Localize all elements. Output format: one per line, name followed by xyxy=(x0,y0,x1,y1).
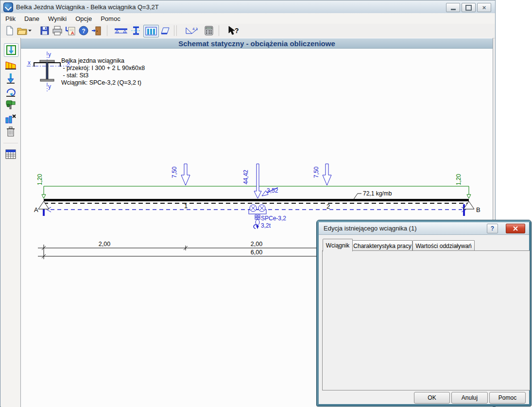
moment-load-button[interactable] xyxy=(4,86,17,98)
dialog-help-button[interactable]: ? xyxy=(487,224,498,233)
trapezoid-load-icon xyxy=(5,60,17,71)
wheel-1-label: 1 xyxy=(184,202,188,210)
context-help-button[interactable]: ? xyxy=(226,25,241,36)
moment-diagram-button[interactable]: 4,1 xyxy=(185,25,201,36)
toolbar-separator xyxy=(174,25,174,36)
toolbar-separator xyxy=(176,25,177,36)
schema-header: Schemat statyczny - obciążenia obliczeni… xyxy=(21,38,493,49)
trapezoid-load-button[interactable] xyxy=(4,59,17,71)
minimize-button[interactable] xyxy=(446,3,460,12)
load-schema-icon xyxy=(6,45,17,55)
open-folder-icon xyxy=(17,26,28,35)
context-help-glyph: ? xyxy=(235,27,239,35)
beam-info-line3: - stal: St3 xyxy=(61,72,88,79)
sidebar-separator xyxy=(3,143,18,144)
printer-icon xyxy=(52,26,63,35)
minimize-icon xyxy=(451,9,456,10)
eraser-button[interactable] xyxy=(160,25,172,36)
new-document-icon xyxy=(5,26,15,35)
loads-diagram-button[interactable] xyxy=(143,25,159,37)
support-a-label: A xyxy=(34,206,38,213)
tab-wartosci-oddzialywan[interactable]: Wartości oddziaływań xyxy=(412,240,475,251)
dist-load-left-label: 1,20 xyxy=(36,174,43,185)
maximize-button[interactable] xyxy=(462,3,476,12)
chevron-down-icon xyxy=(28,29,32,32)
hoist-capacity-label: 3,2t xyxy=(261,222,271,229)
dim-total-label: 6,00 xyxy=(242,249,271,256)
toolbar-separator xyxy=(107,25,107,36)
exit-button[interactable] xyxy=(91,25,103,36)
new-document-button[interactable] xyxy=(4,25,16,36)
dim-span1-label: 2,00 xyxy=(90,241,119,248)
beam-info: Belka jezdna wciągnika - przekrój: I 300… xyxy=(61,57,145,87)
left-toolbar xyxy=(1,38,20,407)
menu-opcje[interactable]: Opcje xyxy=(71,14,96,24)
dim-span2-label: 2,00 xyxy=(242,241,271,248)
anuluj-label: Anuluj xyxy=(462,394,478,401)
cross-section-button[interactable] xyxy=(130,25,142,36)
exit-door-icon xyxy=(91,26,102,35)
hoist-icon xyxy=(5,99,17,110)
close-icon: × xyxy=(482,4,486,11)
point-load-button[interactable] xyxy=(4,72,17,85)
tab-wartosci-label: Wartości oddziaływań xyxy=(415,243,472,249)
results-table-button[interactable] xyxy=(4,148,17,160)
print-button[interactable] xyxy=(51,25,63,36)
beam-schema-button[interactable] xyxy=(114,25,128,36)
calculator-button[interactable] xyxy=(203,25,215,36)
tab-charakterystyka-pracy[interactable]: Charakterystyka pracy xyxy=(352,240,412,251)
eraser-icon xyxy=(160,26,171,35)
menu-plik[interactable]: Plik xyxy=(1,14,20,24)
close-button[interactable]: × xyxy=(477,3,491,12)
moment-badge: 4,1 xyxy=(192,27,198,31)
save-button[interactable] xyxy=(39,25,51,36)
title-bar[interactable]: Belka Jezdna Wciągnika - Belka wciągnika… xyxy=(1,1,495,14)
pomoc-label: Pomoc xyxy=(498,394,516,401)
report-button[interactable]: A xyxy=(65,25,76,36)
tab-charakterystyka-label: Charakterystyka pracy xyxy=(353,243,411,249)
hoist-name-label: SPCe-3,2 xyxy=(261,215,286,222)
wheel-load-1-label: 7,50 xyxy=(171,167,178,178)
ok-label: OK xyxy=(428,394,436,401)
menu-wyniki[interactable]: Wyniki xyxy=(44,14,71,24)
menu-pomoc[interactable]: Pomoc xyxy=(96,14,124,24)
beam-info-line1: Belka jezdna wciągnika xyxy=(61,57,124,64)
dialog-title: Edycja istniejącego wciągnika (1) xyxy=(324,225,416,232)
help-icon: ? xyxy=(79,26,88,35)
tab-wciagnik-label: Wciągnik xyxy=(326,242,350,249)
ok-button[interactable]: OK xyxy=(414,392,450,404)
wheel-2-label: 2 xyxy=(326,203,330,210)
dialog-close-button[interactable] xyxy=(506,224,525,233)
help-button[interactable]: ? xyxy=(78,25,89,36)
open-file-dropdown[interactable] xyxy=(27,25,33,36)
tab-wciagnik[interactable]: Wciągnik xyxy=(323,239,353,251)
load-schema-button[interactable] xyxy=(4,43,18,57)
beam-info-line4: Wciągnik: SPCe-3,2 (Q=3,2 t) xyxy=(61,79,141,86)
toolbar: A ? 4,1 xyxy=(1,24,495,38)
table-icon xyxy=(5,149,16,159)
window-title: Belka Jezdna Wciągnika - Belka wciągnika… xyxy=(16,3,159,11)
hoist-button[interactable] xyxy=(4,98,17,111)
screenshot-root: Belka Jezdna Wciągnika - Belka wciągnika… xyxy=(0,0,532,407)
delete-load-button[interactable] xyxy=(4,113,17,125)
open-file-button[interactable] xyxy=(17,25,28,36)
beam-info-line2: - przekrój: I 300 + 2 L 90x60x8 xyxy=(61,65,145,71)
pomoc-button[interactable]: Pomoc xyxy=(489,392,526,404)
loads-diagram-icon xyxy=(145,27,157,35)
report-icon: A xyxy=(65,26,76,35)
toolbar-separator xyxy=(219,25,219,36)
dist-load-right-label: 1,20 xyxy=(455,174,462,185)
anuluj-button[interactable]: Anuluj xyxy=(451,392,488,404)
beam-schema-icon xyxy=(114,26,128,35)
svg-text:A: A xyxy=(71,31,74,35)
moment-load-icon xyxy=(5,86,17,98)
selfweight-label: 72,1 kg/mb xyxy=(363,190,392,197)
wheel-load-2-label: 7,50 xyxy=(313,167,320,178)
calculator-icon xyxy=(205,26,213,35)
menu-dane[interactable]: Dane xyxy=(20,14,44,24)
support-b-label: B xyxy=(476,206,481,213)
trash-button[interactable] xyxy=(4,125,17,138)
trash-icon xyxy=(6,126,15,137)
maximize-icon xyxy=(465,5,472,11)
schema-title: Schemat statyczny - obciążenia obliczeni… xyxy=(178,39,335,48)
